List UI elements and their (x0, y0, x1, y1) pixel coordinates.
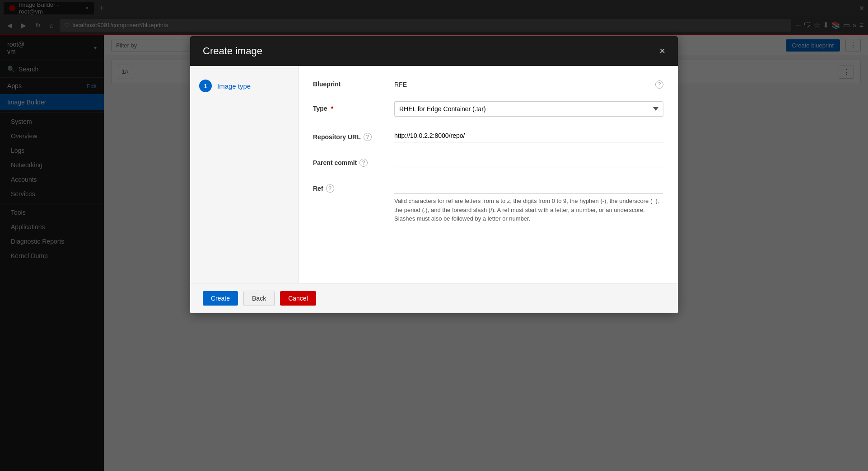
blueprint-field-value: RFE ? (394, 77, 663, 89)
form-row-repo-url: Repository URL ? (313, 129, 663, 142)
form-row-type: Type * RHEL for Edge Container (.tar) RH… (313, 101, 663, 117)
type-required-indicator: * (331, 105, 333, 112)
form-row-ref: Ref ? Valid characters for ref are lette… (313, 181, 663, 223)
ref-help-icon[interactable]: ? (326, 184, 334, 193)
type-select[interactable]: RHEL for Edge Container (.tar) RHEL for … (394, 101, 663, 117)
ref-field-container: Valid characters for ref are letters fro… (394, 181, 663, 223)
form-row-blueprint: Blueprint RFE ? (313, 77, 663, 89)
step-1-circle: 1 (199, 80, 212, 92)
repo-url-field-container (394, 129, 663, 142)
modal-footer: Create Back Cancel (190, 283, 678, 313)
repo-url-field-label: Repository URL ? (313, 129, 385, 141)
ref-label-text: Ref (313, 185, 323, 192)
cancel-button[interactable]: Cancel (280, 291, 316, 306)
blueprint-field-label: Blueprint (313, 77, 385, 88)
wizard-step-1: 1 Image type (190, 75, 298, 97)
parent-commit-field-label: Parent commit ? (313, 155, 385, 167)
form-row-parent-commit: Parent commit ? (313, 155, 663, 168)
back-button-label: Back (252, 295, 266, 302)
blueprint-help-icon[interactable]: ? (655, 80, 663, 89)
cancel-button-label: Cancel (288, 295, 308, 302)
blueprint-value-text: RFE (394, 81, 407, 88)
modal-close-button[interactable]: × (659, 46, 665, 56)
ref-help-text: Valid characters for ref are letters fro… (394, 197, 663, 223)
parent-commit-label-text: Parent commit (313, 159, 357, 166)
modal-form: Blueprint RFE ? Type * RHEL for (299, 66, 678, 283)
back-button[interactable]: Back (243, 291, 275, 306)
type-field-label: Type * (313, 101, 385, 112)
parent-commit-input[interactable] (394, 155, 663, 168)
create-button[interactable]: Create (203, 291, 238, 306)
modal-overlay: Create image × 1 Image type Blueprint (0, 0, 868, 471)
type-label-text: Type (313, 105, 327, 112)
repo-url-input[interactable] (394, 129, 663, 142)
create-button-label: Create (211, 295, 230, 302)
ref-input[interactable] (394, 181, 663, 194)
parent-commit-help-icon[interactable]: ? (359, 159, 368, 167)
wizard-sidebar: 1 Image type (190, 66, 299, 283)
wizard-step-1-label: Image type (217, 82, 251, 90)
modal-body: 1 Image type Blueprint RFE ? (190, 66, 678, 283)
create-image-modal: Create image × 1 Image type Blueprint (190, 36, 678, 313)
type-field-container: RHEL for Edge Container (.tar) RHEL for … (394, 101, 663, 117)
parent-commit-field-container (394, 155, 663, 168)
modal-title: Create image (203, 45, 262, 57)
ref-field-label: Ref ? (313, 181, 385, 193)
repo-url-label-text: Repository URL (313, 133, 361, 141)
blueprint-label-text: Blueprint (313, 80, 341, 88)
repo-url-help-icon[interactable]: ? (364, 133, 372, 141)
modal-header: Create image × (190, 36, 678, 66)
step-1-number: 1 (204, 83, 207, 89)
